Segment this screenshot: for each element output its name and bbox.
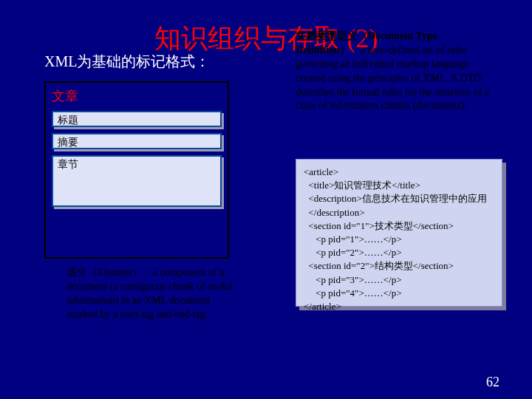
article-heading: 文章 bbox=[52, 87, 222, 105]
abstract-box-wrap: 摘要 bbox=[52, 133, 222, 149]
title-box: 标题 bbox=[52, 111, 222, 127]
page-number: 62 bbox=[486, 375, 499, 390]
dtd-definition: 文档类型定义（Document Type Definition）：a user-… bbox=[296, 30, 495, 113]
abstract-box: 摘要 bbox=[52, 133, 222, 149]
article-diagram: 文章 标题 摘要 章节 bbox=[44, 81, 229, 259]
section-box: 章节 bbox=[52, 155, 222, 207]
title-box-wrap: 标题 bbox=[52, 111, 222, 127]
section-box-wrap: 章节 bbox=[52, 155, 222, 207]
xml-subtitle: XML为基础的标记格式： bbox=[44, 52, 210, 72]
element-term: 成分（Element） bbox=[66, 267, 143, 278]
element-definition: 成分（Element）：a component of a document (a… bbox=[66, 266, 236, 322]
xml-code-panel: <article> <title>知识管理技术</title> <descrip… bbox=[296, 159, 502, 307]
xml-code: <article> <title>知识管理技术</title> <descrip… bbox=[296, 159, 502, 307]
